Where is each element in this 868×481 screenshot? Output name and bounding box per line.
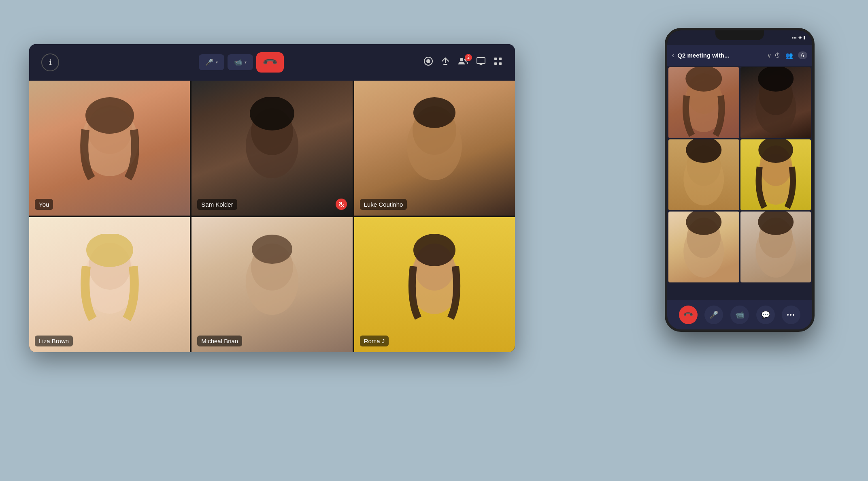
svg-point-14 bbox=[250, 97, 294, 130]
toolbar-left: ℹ bbox=[41, 53, 59, 71]
phone-more-icon: ••• bbox=[787, 312, 796, 318]
face-svg-luke bbox=[394, 97, 475, 199]
phone-end-call-button[interactable]: 📞 bbox=[679, 306, 698, 324]
phone-cell-6 bbox=[740, 212, 811, 282]
camera-chevron: ▾ bbox=[245, 60, 247, 64]
face-svg-sam bbox=[232, 97, 313, 199]
phone-chat-icon: 💬 bbox=[761, 310, 770, 319]
participants-badge: 2 bbox=[465, 54, 472, 61]
svg-rect-7 bbox=[494, 62, 497, 65]
chat-button[interactable] bbox=[476, 56, 486, 68]
phone-face-svg-1 bbox=[668, 67, 739, 138]
phone-face-svg-3 bbox=[668, 139, 739, 210]
name-label-you: You bbox=[35, 199, 53, 210]
svg-point-2 bbox=[460, 58, 463, 61]
phone-cell-3 bbox=[668, 139, 739, 210]
face-svg-roma bbox=[394, 234, 475, 335]
phone-header: ‹ Q2 meeting with... ∨ ⏱ 👥 6 bbox=[667, 45, 812, 66]
svg-point-1 bbox=[426, 59, 430, 63]
svg-point-20 bbox=[413, 97, 455, 128]
video-cell-sam: Sam Kolder bbox=[191, 81, 352, 216]
toolbar-right: 2 bbox=[423, 56, 503, 68]
desktop-toolbar: ℹ 🎤 ▾ 📹 ▾ 📞 bbox=[29, 44, 515, 81]
phone-chevron[interactable]: ∨ bbox=[767, 52, 771, 59]
mic-button[interactable]: 🎤 ▾ bbox=[199, 54, 224, 70]
end-call-button[interactable]: 📞 bbox=[256, 52, 284, 73]
share-button[interactable] bbox=[440, 56, 450, 68]
record-button[interactable] bbox=[423, 56, 433, 68]
phone-participant-count: 6 bbox=[798, 51, 807, 59]
info-icon: ℹ bbox=[49, 58, 52, 67]
video-cell-you: You bbox=[29, 81, 190, 216]
phone-face-svg-5 bbox=[668, 212, 739, 282]
phone-face-svg-2 bbox=[740, 67, 811, 138]
phone-face-svg-4 bbox=[740, 139, 811, 210]
name-label-luke: Luke Coutinho bbox=[360, 199, 407, 210]
svg-rect-6 bbox=[499, 58, 502, 60]
desktop-app: ℹ 🎤 ▾ 📹 ▾ 📞 bbox=[29, 44, 515, 352]
phone-bottom-bar: 📞 🎤 📹 💬 ••• bbox=[667, 300, 812, 329]
mic-chevron: ▾ bbox=[216, 60, 218, 64]
name-label-micheal: Micheal Brian bbox=[197, 336, 242, 346]
phone-status-icons: ▪▪▪ ◈ ▮ bbox=[792, 35, 806, 40]
phone-end-call-icon: 📞 bbox=[683, 309, 694, 321]
mute-icon-sam bbox=[336, 199, 347, 210]
phone-more-button[interactable]: ••• bbox=[782, 306, 800, 324]
svg-rect-4 bbox=[477, 58, 485, 64]
phone-video-grid bbox=[667, 66, 812, 284]
battery-icon: ▮ bbox=[803, 35, 806, 40]
phone-face-svg-6 bbox=[740, 212, 811, 282]
svg-rect-8 bbox=[499, 62, 502, 65]
chat-icon bbox=[476, 56, 486, 66]
phone-header-icons: ⏱ 👥 6 bbox=[774, 51, 807, 59]
phone-cell-2 bbox=[740, 67, 811, 138]
video-grid: You Sam Kolder bbox=[29, 81, 515, 352]
phone-mic-button[interactable]: 🎤 bbox=[704, 306, 723, 324]
name-label-sam: Sam Kolder bbox=[197, 199, 237, 210]
svg-rect-5 bbox=[494, 58, 497, 60]
phone-title: Q2 meeting with... bbox=[677, 52, 764, 59]
video-cell-luke: Luke Coutinho bbox=[354, 81, 515, 216]
name-label-roma: Roma J bbox=[360, 336, 389, 346]
apps-icon bbox=[493, 56, 503, 66]
phone: ▪▪▪ ◈ ▮ ‹ Q2 meeting with... ∨ ⏱ 👥 6 bbox=[665, 28, 815, 332]
phone-mic-icon: 🎤 bbox=[709, 310, 718, 319]
face-svg-you bbox=[69, 97, 150, 199]
camera-button[interactable]: 📹 ▾ bbox=[228, 54, 253, 70]
face-overlay-you bbox=[29, 81, 190, 216]
phone-cell-5 bbox=[668, 212, 739, 282]
phone-timer-icon[interactable]: ⏱ bbox=[774, 52, 781, 59]
video-cell-micheal: Micheal Brian bbox=[191, 217, 352, 352]
svg-point-11 bbox=[85, 97, 134, 134]
svg-point-29 bbox=[413, 234, 455, 266]
phone-participants-button[interactable]: 👥 bbox=[785, 52, 793, 59]
apps-button[interactable] bbox=[493, 56, 503, 68]
phone-camera-button[interactable]: 📹 bbox=[730, 306, 749, 324]
toolbar-center: 🎤 ▾ 📹 ▾ 📞 bbox=[199, 52, 284, 73]
phone-back-button[interactable]: ‹ bbox=[672, 52, 674, 59]
phone-camera-icon: 📹 bbox=[735, 310, 744, 319]
share-icon bbox=[440, 56, 450, 66]
face-svg-liza bbox=[69, 234, 150, 335]
phone-notch bbox=[715, 30, 764, 40]
face-svg-micheal bbox=[232, 234, 313, 335]
phone-screen: ▪▪▪ ◈ ▮ ‹ Q2 meeting with... ∨ ⏱ 👥 6 bbox=[667, 30, 812, 329]
svg-point-23 bbox=[86, 234, 133, 267]
mic-icon: 🎤 bbox=[205, 58, 213, 66]
scene: ℹ 🎤 ▾ 📹 ▾ 📞 bbox=[29, 28, 839, 453]
info-button[interactable]: ℹ bbox=[41, 53, 59, 71]
camera-icon: 📹 bbox=[234, 58, 242, 66]
phone-cell-1 bbox=[668, 67, 739, 138]
wifi-icon: ◈ bbox=[798, 35, 802, 40]
face-overlay-micheal bbox=[191, 217, 352, 352]
name-label-liza: Liza Brown bbox=[35, 336, 73, 346]
end-call-icon: 📞 bbox=[262, 54, 278, 71]
svg-point-26 bbox=[252, 235, 292, 264]
video-cell-liza: Liza Brown bbox=[29, 217, 190, 352]
video-cell-roma: Roma J bbox=[354, 217, 515, 352]
phone-cell-4 bbox=[740, 139, 811, 210]
phone-chat-button[interactable]: 💬 bbox=[756, 306, 775, 324]
record-icon bbox=[423, 56, 433, 66]
face-overlay-sam bbox=[191, 81, 352, 216]
participants-button[interactable]: 2 bbox=[457, 56, 469, 68]
